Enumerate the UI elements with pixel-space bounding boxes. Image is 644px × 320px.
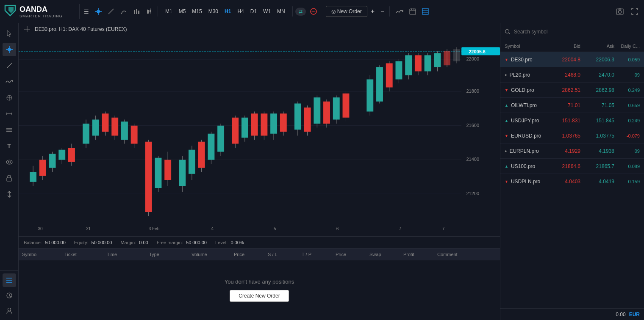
chart-title-crosshair[interactable] [23,25,31,33]
watchlist-row-7[interactable]: ▲ US100.pro 21864.6 21865.7 0.089 [500,159,644,174]
tf-m1[interactable]: M1 [162,7,175,16]
col-comment: Comment [437,252,471,257]
new-order-button[interactable]: ◎ New Order [326,6,367,17]
positions-section: Symbol Ticket Time Type Volume Price S /… [19,248,500,320]
tf-h4[interactable]: H4 [234,7,247,16]
indicator-icon [309,8,318,15]
tf-d1[interactable]: D1 [247,7,260,16]
watchlist-row-8[interactable]: ▼ USDPLN.pro 4.0403 4.0419 0.159 [500,174,644,189]
svg-text:6: 6 [336,226,339,231]
watchlist-row-3[interactable]: ▲ OILWTI.pro 71.01 71.05 0.659 [500,98,644,113]
svg-text:21600: 21600 [466,123,479,128]
sidebar-crosshair-tool[interactable] [3,43,16,56]
wl-symbol-6: ● EURPLN.pro [505,148,547,154]
wl-col-symbol: Symbol [505,44,547,49]
watchlist-search-bar [500,23,644,40]
indicator-toggle[interactable] [307,6,320,17]
svg-rect-128 [366,80,373,112]
sidebar-eye-tool[interactable] [3,155,16,169]
svg-rect-140 [425,55,431,72]
svg-rect-102 [217,126,224,152]
wl-bid-0: 22004.8 [547,57,580,63]
zoom-out-btn[interactable]: − [378,6,387,17]
sidebar-fib-tool[interactable] [3,91,16,105]
bar-chart-btn[interactable] [130,6,142,17]
watchlist-row-1[interactable]: ● PL20.pro 2468.0 2470.0 09 [500,67,644,83]
watchlist-row-5[interactable]: ▼ EURUSD.pro 1.03765 1.03775 -0.079 [500,128,644,143]
sidebar-line-tool[interactable] [3,59,16,72]
line-tool[interactable] [105,6,117,17]
sidebar-account-icon[interactable] [3,304,16,317]
tf-m5[interactable]: M5 [176,7,189,16]
svg-point-24 [619,11,622,14]
tf-mn[interactable]: MN [274,7,288,16]
watchlist-row-4[interactable]: ▲ USDJPY.pro 151.831 151.845 0.249 [500,113,644,128]
svg-rect-16 [410,9,416,14]
wl-ask-4: 151.845 [580,118,614,124]
sidebar-trade-tool[interactable] [3,188,16,201]
wl-symbol-0: ▼ DE30.pro [505,57,547,63]
svg-rect-41 [7,178,11,181]
list-view-btn[interactable] [419,6,431,17]
svg-rect-132 [386,63,393,88]
wl-symbol-7: ▲ US100.pro [505,163,547,169]
col-time: Time [107,252,141,257]
sidebar-wave-tool[interactable] [3,75,16,88]
candle-chart-btn[interactable] [143,6,155,17]
sidebar-text-tool[interactable]: T [3,139,16,153]
search-icon [505,29,511,35]
sidebar-history-icon[interactable] [3,289,16,302]
svg-rect-108 [251,113,258,135]
sidebar-lines-tool[interactable] [3,123,16,137]
wl-symbol-1: ● PL20.pro [505,72,547,78]
fullscreen-btn[interactable] [629,6,641,17]
tf-h1[interactable]: H1 [222,7,234,16]
calendar-btn[interactable] [407,6,419,17]
svg-rect-94 [179,160,186,186]
svg-text:22000: 22000 [466,56,479,61]
sidebar-lock-tool[interactable] [3,171,16,185]
calendar-icon [409,8,416,15]
right-panel: Symbol Bid Ask Daily C... ▼ DE30.pro 220… [500,23,644,320]
col-volume: Volume [192,252,225,257]
watchlist-row-2[interactable]: ▼ GOLD.pro 2862.51 2862.98 0.249 [500,83,644,98]
curve-tool[interactable] [118,6,130,17]
zoom-in-btn[interactable]: + [368,6,377,17]
watchlist-row-6[interactable]: ● EURPLN.pro 4.1929 4.1938 09 [500,143,644,159]
compare-btn[interactable]: ⇄ [295,8,306,16]
wl-symbol-4: ▲ USDJPY.pro [505,118,547,124]
svg-rect-92 [164,160,171,180]
level-value: 0.00% [230,240,244,245]
free-margin-label: Free margin: 50 000.00 [157,240,207,245]
sidebar-cursor-tool[interactable] [3,27,16,40]
tf-m30[interactable]: M30 [205,7,221,16]
watchlist-row-0[interactable]: ▼ DE30.pro 22004.8 22006.3 0.059 [500,52,644,67]
sidebar-orders-icon[interactable] [3,273,16,287]
menu-button[interactable]: ☰ [81,7,92,17]
tf-m15[interactable]: M15 [189,7,205,16]
trend-btn[interactable] [392,6,406,17]
crosshair-tool[interactable] [92,6,104,17]
create-new-order-button[interactable]: Create New Order [230,290,289,302]
chart-area[interactable]: 22000 21800 21600 21400 21200 30 31 3 Fe… [19,35,500,236]
svg-line-150 [509,33,511,34]
svg-rect-114 [280,113,287,132]
sidebar-measure-tool[interactable] [3,107,16,121]
positions-body: You don't have any positions Create New … [19,260,500,320]
watchlist-header: Symbol Bid Ask Daily C... [500,40,644,52]
wl-ask-6: 4.1938 [580,148,614,154]
tf-w1[interactable]: W1 [260,7,274,16]
svg-line-6 [108,9,114,14]
svg-text:30: 30 [38,226,43,231]
svg-rect-100 [208,134,214,160]
svg-rect-66 [30,172,36,182]
wl-daily-6: 09 [614,149,640,154]
equity-value: 50 000.00 [92,240,112,245]
svg-rect-20 [422,8,428,14]
search-input[interactable] [514,29,640,35]
wl-daily-1: 09 [614,72,640,77]
screenshot-btn[interactable] [613,6,626,17]
bar-chart-icon [133,8,140,15]
col-type: Type [149,252,183,257]
col-sl: S / L [268,252,293,257]
